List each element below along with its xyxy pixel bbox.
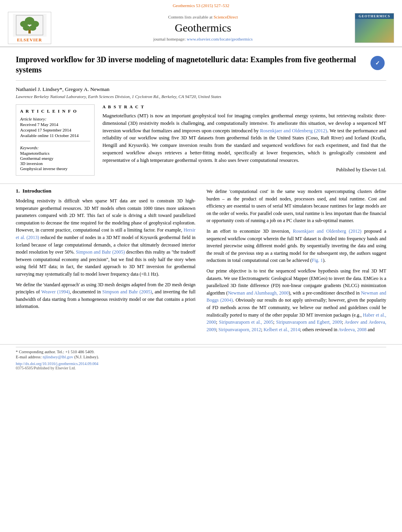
body-two-col: 1. Introduction Modeling resistivity is … — [16, 188, 386, 336]
authors: Nathaniel J. Lindsey*, Gregory A. Newman — [16, 86, 386, 93]
info-abstract-section: A R T I C L E I N F O Article history: R… — [16, 104, 386, 176]
section1-right-para2: In an effort to economize 3D inversion, … — [207, 228, 386, 264]
body-link-fig1[interactable]: Fig. 1 — [312, 258, 323, 263]
footnote-phone: * Corresponding author. Tel.: +1 510 486… — [16, 350, 386, 354]
body-link-hersir[interactable]: Hersir et al. (2013) — [16, 227, 195, 240]
section1-right-para3: Our prime objective is to test the seque… — [207, 267, 386, 333]
homepage-line: journal homepage: www.elsevier.com/locat… — [59, 37, 347, 41]
abstract-text: Magnetotellurics (MT) is now an importan… — [102, 112, 386, 164]
article-title-section: Improved workflow for 3D inverse modelin… — [16, 54, 386, 81]
homepage-url[interactable]: www.elsevier.com/locate/geothermics — [187, 37, 253, 41]
email-label: E-mail address: — [16, 355, 42, 359]
published-by: Published by Elsevier Ltd. — [102, 167, 386, 173]
article-footer: * Corresponding author. Tel.: +1 510 486… — [0, 344, 402, 374]
keywords-label: Keywords: — [20, 145, 90, 150]
body-link-rosenkjaer2[interactable]: Rosenkjaer and Oldenberg (2012) — [293, 228, 361, 234]
body-link-sirip3[interactable]: Siripunvaraporn, 2012 — [218, 327, 261, 332]
section1-right-para1: We define 'computational cost' in the sa… — [207, 188, 386, 224]
body-left: 1. Introduction Modeling resistivity is … — [16, 188, 195, 336]
accepted-date: Accepted 17 September 2014 — [20, 128, 90, 132]
body-link-kelbert[interactable]: Kelbert et al., 2014 — [264, 327, 300, 332]
email-suffix: (N.J. Lindsey). — [74, 355, 99, 359]
body-link-sirip1[interactable]: Siripunvaraporn et al., 2005 — [219, 319, 273, 325]
footnote-email: E-mail address: njlindsey@lbl.gov (N.J. … — [16, 355, 386, 359]
footnote-email-link[interactable]: njlindsey@lbl.gov — [43, 355, 73, 359]
keyword-3: 3D inversion — [20, 161, 90, 166]
keyword-1: Magnetotellurics — [20, 151, 90, 156]
issn-line: 0375-6505/Published by Elsevier Ltd. — [16, 366, 386, 370]
article-info-title: A R T I C L E I N F O — [20, 109, 90, 113]
keyword-4: Geophysical inverse theory — [20, 166, 90, 171]
right-col: A B S T R A C T Magnetotellurics (MT) is… — [102, 104, 386, 176]
journal-header: Geothermics 53 (2015) 527–532 — [0, 0, 402, 47]
elsevier-logo-svg — [13, 14, 47, 37]
page-container: Geothermics 53 (2015) 527–532 — [0, 0, 402, 374]
main-body: 1. Introduction Modeling resistivity is … — [0, 184, 402, 344]
article-title: Improved workflow for 3D inverse modelin… — [16, 54, 363, 75]
section1-number: 1. — [16, 188, 20, 194]
svg-rect-6 — [28, 30, 31, 33]
crossmark-icon: ✓ — [370, 56, 385, 70]
body-link-avdeeva[interactable]: Avdeeva, 2008 — [338, 327, 367, 332]
left-col: A R T I C L E I N F O Article history: R… — [16, 104, 95, 176]
journal-center: Contents lists available at ScienceDirec… — [51, 15, 355, 41]
abstract-title: A B S T R A C T — [102, 104, 386, 109]
geo-logo-label: GEOTHERMICS — [355, 13, 394, 19]
abstract-link-rosenkjaer[interactable]: Rosenkjaer and Oldenberg (2012) — [260, 128, 327, 133]
section1-para2: We define the 'standard approach' as usi… — [16, 281, 195, 310]
contents-line: Contents lists available at ScienceDirec… — [59, 15, 347, 19]
article-info-box: A R T I C L E I N F O Article history: R… — [16, 104, 95, 176]
body-link-newman[interactable]: Newman and Alumbaugh, 2000 — [228, 290, 288, 296]
body-link-simpson2[interactable]: Simpson and Bahr (2005) — [102, 289, 152, 295]
available-date: Available online 11 October 2014 — [20, 133, 90, 138]
section1-title: 1. Introduction — [16, 188, 195, 194]
sciencedirect-link[interactable]: ScienceDirect — [214, 15, 238, 19]
received-date: Received 7 May 2014 — [20, 122, 90, 127]
article-content: Improved workflow for 3D inverse modelin… — [0, 47, 402, 184]
section1-heading: Introduction — [22, 188, 51, 194]
keyword-2: Geothermal energy — [20, 156, 90, 161]
doi-link[interactable]: http://dx.doi.org/10.1016/j.geothermics.… — [16, 361, 99, 366]
crossmark: ✓ — [370, 56, 386, 72]
body-link-simpson[interactable]: Simpson and Bahr (2005) — [76, 249, 125, 255]
abstract-section: A B S T R A C T Magnetotellurics (MT) is… — [102, 104, 386, 173]
affiliation: Lawrence Berkeley National Laboratory, E… — [16, 94, 386, 99]
body-link-sirip2[interactable]: Siripunvaraporn and Egbert, 2009 — [276, 319, 342, 325]
section1-para1: Modeling resistivity is difficult when s… — [16, 197, 195, 278]
elsevier-wordmark: ELSEVIER — [17, 37, 42, 42]
geo-logo-image — [355, 19, 394, 43]
elsevier-logo: ELSEVIER — [8, 12, 51, 44]
body-link-weaver[interactable]: Weaver (1994) — [41, 289, 70, 295]
header-content: ELSEVIER Contents lists available at Sci… — [8, 9, 394, 46]
journal-name: Geothermics — [59, 22, 347, 34]
info-divider — [20, 141, 90, 141]
history-label: Article history: — [20, 117, 90, 121]
journal-citation: Geothermics 53 (2015) 527–532 — [8, 3, 394, 8]
body-right: We define 'computational cost' in the sa… — [207, 188, 386, 336]
geothermics-logo: GEOTHERMICS — [355, 13, 394, 43]
keywords-section: Keywords: Magnetotellurics Geothermal en… — [20, 145, 90, 171]
